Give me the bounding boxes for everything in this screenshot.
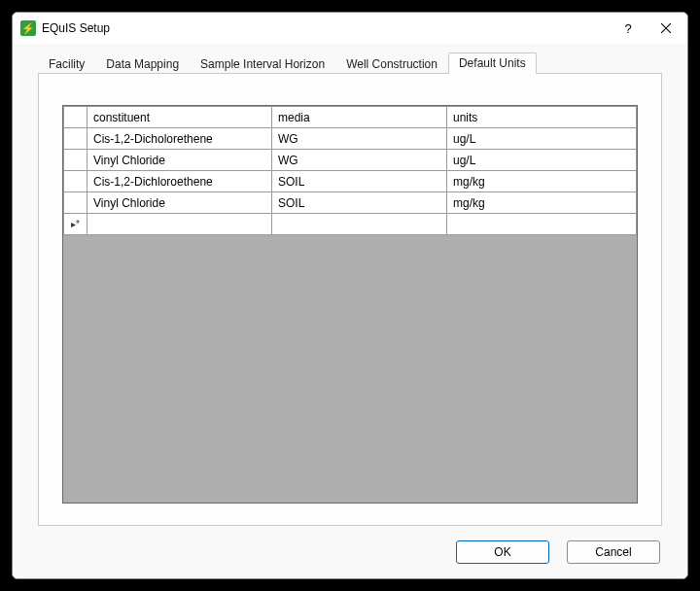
tab-label: Default Units [459, 56, 526, 70]
titlebar: ⚡ EQuIS Setup ? [13, 13, 687, 44]
tab-label: Facility [49, 57, 85, 71]
cell-media[interactable]: SOIL [272, 192, 447, 214]
table-row[interactable]: Vinyl Chloride WG ug/L [64, 150, 637, 171]
cell-media[interactable] [272, 214, 447, 235]
cell-units[interactable]: ug/L [447, 150, 637, 171]
cancel-button[interactable]: Cancel [567, 540, 660, 564]
cell-media[interactable]: WG [272, 128, 447, 150]
tab-label: Data Mapping [106, 57, 179, 71]
col-header-constituent[interactable]: constituent [88, 107, 272, 128]
table-row[interactable]: Vinyl Chloride SOIL mg/kg [64, 192, 637, 214]
new-row[interactable]: ▸* [64, 214, 637, 235]
tab-label: Sample Interval Horizon [200, 57, 325, 71]
table-row[interactable]: Cis-1,2-Dichloroethene SOIL mg/kg [64, 171, 637, 192]
tab-facility[interactable]: Facility [38, 53, 95, 74]
tab-label: Well Construction [346, 57, 438, 71]
row-header[interactable] [64, 171, 88, 192]
tab-panel-default-units: constituent media units Cis-1,2-Dicholor… [38, 73, 662, 526]
col-header-units[interactable]: units [447, 107, 637, 128]
cell-constituent[interactable]: Vinyl Chloride [88, 150, 272, 171]
row-header[interactable] [64, 150, 88, 171]
close-icon [661, 23, 671, 33]
col-header-media[interactable]: media [272, 107, 447, 128]
close-button[interactable] [645, 13, 687, 44]
tab-well-construction[interactable]: Well Construction [335, 53, 448, 74]
cell-units[interactable]: ug/L [447, 128, 637, 150]
grid-corner [64, 107, 88, 128]
app-icon: ⚡ [20, 20, 36, 36]
table-row[interactable]: Cis-1,2-Dicholorethene WG ug/L [64, 128, 637, 150]
ok-button[interactable]: OK [456, 540, 549, 564]
cell-constituent[interactable]: Vinyl Chloride [88, 192, 272, 214]
tab-data-mapping[interactable]: Data Mapping [95, 53, 190, 74]
cell-units[interactable] [447, 214, 637, 235]
cell-media[interactable]: SOIL [272, 171, 447, 192]
data-grid[interactable]: constituent media units Cis-1,2-Dicholor… [62, 105, 638, 504]
tab-sample-interval-horizon[interactable]: Sample Interval Horizon [190, 53, 335, 74]
tab-default-units[interactable]: Default Units [448, 52, 537, 74]
cell-media[interactable]: WG [272, 150, 447, 171]
row-header[interactable] [64, 128, 88, 150]
client-area: Facility Data Mapping Sample Interval Ho… [13, 44, 687, 526]
cell-units[interactable]: mg/kg [447, 171, 637, 192]
dialog-window: ⚡ EQuIS Setup ? Facility Data Mapping Sa… [12, 12, 688, 579]
cell-constituent[interactable] [88, 214, 272, 235]
cell-constituent[interactable]: Cis-1,2-Dicholorethene [88, 128, 272, 150]
help-button[interactable]: ? [612, 13, 645, 44]
window-title: EQuIS Setup [42, 21, 612, 35]
dialog-footer: OK Cancel [13, 526, 687, 578]
new-row-marker: ▸* [64, 214, 88, 235]
cell-units[interactable]: mg/kg [447, 192, 637, 214]
tab-strip: Facility Data Mapping Sample Interval Ho… [38, 52, 662, 73]
grid-header-row: constituent media units [64, 107, 637, 128]
cell-constituent[interactable]: Cis-1,2-Dichloroethene [88, 171, 272, 192]
row-header[interactable] [64, 192, 88, 214]
